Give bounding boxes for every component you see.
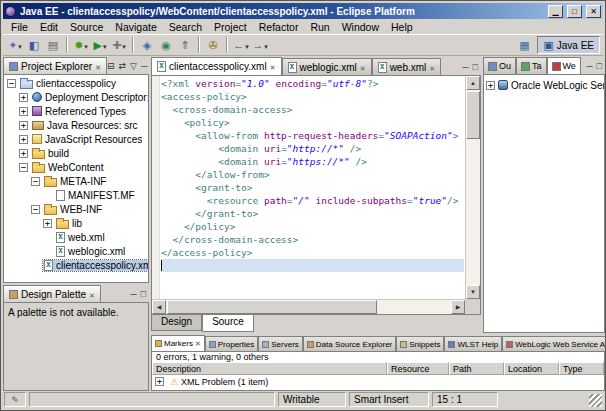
menu-file[interactable]: File	[5, 21, 34, 33]
code-line-9[interactable]: <grant-to>	[161, 181, 464, 194]
code-line-6[interactable]: <domain uri="http://*" />	[161, 142, 464, 155]
code-line-5[interactable]: <allow-from http-request-headers="SOAPAc…	[161, 129, 464, 142]
menu-source[interactable]: Source	[64, 21, 109, 33]
tree-item-java-resources-src[interactable]: Java Resources: src	[4, 118, 148, 132]
tree-item-referenced-types[interactable]: Referenced Types	[4, 104, 148, 118]
tab-project-explorer[interactable]: Project Explorer	[3, 57, 107, 74]
search-button[interactable]: ✇	[204, 36, 222, 54]
new-web-service-button[interactable]: ◈	[138, 36, 156, 54]
column-description[interactable]: Description	[152, 362, 387, 375]
tree-item-web-inf[interactable]: WEB-INF	[4, 202, 148, 216]
menu-project[interactable]: Project	[208, 21, 253, 33]
back-button[interactable]: ←	[232, 36, 250, 54]
tree-item-clientaccesspolicy[interactable]: clientaccesspolicy	[4, 76, 148, 90]
tree-item-weblogic-xml[interactable]: weblogic.xml	[4, 244, 148, 258]
collapse-icon[interactable]	[19, 163, 28, 172]
column-resource[interactable]: Resource	[387, 362, 449, 375]
code-line-2[interactable]: <access-policy>	[161, 90, 464, 103]
close-icon[interactable]	[195, 339, 201, 348]
close-icon[interactable]	[89, 289, 95, 300]
code-line-8[interactable]: </allow-from>	[161, 168, 464, 181]
tab-weblogic[interactable]: We	[547, 57, 581, 74]
chevron-down-icon[interactable]	[17, 40, 22, 51]
expand-icon[interactable]	[43, 219, 52, 228]
tab-weblogic-web-service-annotations[interactable]: WebLogic Web Service Annotations	[502, 336, 605, 351]
menu-navigate[interactable]: Navigate	[109, 21, 162, 33]
minimize-icon[interactable]	[130, 290, 136, 299]
code-line-3[interactable]: <cross-domain-access>	[161, 103, 464, 116]
close-tab-icon[interactable]	[429, 62, 435, 73]
column-path[interactable]: Path	[449, 362, 504, 375]
view-menu-icon[interactable]	[130, 62, 137, 71]
minimize-window-button[interactable]: ▁	[548, 5, 563, 18]
deploy-button[interactable]: ⇑	[176, 36, 194, 54]
scroll-left-icon[interactable]	[152, 300, 166, 314]
tree-item-build[interactable]: build	[4, 146, 148, 160]
scroll-up-icon[interactable]	[466, 76, 480, 90]
expand-icon[interactable]	[19, 121, 28, 130]
collapse-icon[interactable]	[7, 79, 16, 88]
collapse-icon[interactable]	[31, 177, 40, 186]
external-tools-button[interactable]: ✚	[110, 36, 128, 54]
close-tab-icon[interactable]	[270, 61, 276, 72]
tab-servers[interactable]: Servers	[258, 336, 303, 351]
column-type[interactable]: Type	[559, 362, 604, 375]
tab-design-palette[interactable]: Design Palette	[3, 285, 101, 302]
vertical-scrollbar[interactable]	[465, 76, 480, 299]
tree-item-lib[interactable]: lib	[4, 216, 148, 230]
editor-marker-gutter[interactable]	[152, 76, 160, 299]
tree-item-clientaccesspolicy-xml[interactable]: clientaccesspolicy.xml	[4, 258, 148, 272]
menu-search[interactable]: Search	[163, 21, 208, 33]
tab-task-list[interactable]: Ta	[516, 57, 547, 74]
expand-icon[interactable]	[19, 135, 28, 144]
expand-icon[interactable]	[19, 107, 28, 116]
chevron-down-icon[interactable]	[102, 40, 107, 51]
code-line-14[interactable]: </access-policy>	[161, 246, 464, 259]
menu-run[interactable]: Run	[304, 21, 335, 33]
horizontal-scrollbar[interactable]	[152, 299, 465, 314]
tree-item-web-xml[interactable]: web.xml	[4, 230, 148, 244]
run-button[interactable]: ▶	[91, 36, 109, 54]
code-line-15[interactable]	[161, 259, 464, 272]
minimize-icon[interactable]	[141, 62, 147, 71]
close-tab-icon[interactable]	[360, 62, 366, 73]
tree-item-webcontent[interactable]: WebContent	[4, 160, 148, 174]
debug-button[interactable]: ✹	[72, 36, 90, 54]
new-wizard-button[interactable]: ✦	[6, 36, 24, 54]
tab-design[interactable]: Design	[151, 315, 202, 331]
maximize-icon[interactable]	[141, 290, 146, 299]
link-with-editor-icon[interactable]	[119, 62, 127, 71]
tab-properties[interactable]: Properties	[205, 336, 258, 351]
expand-icon[interactable]	[19, 149, 28, 158]
weblogic-server-item[interactable]: Oracle WebLogic Server 11gR1 Pa	[486, 78, 604, 92]
tree-item-manifest-mf[interactable]: MANIFEST.MF	[4, 188, 148, 202]
close-icon[interactable]	[95, 61, 101, 72]
scroll-right-icon[interactable]	[451, 300, 465, 314]
chevron-down-icon[interactable]	[263, 40, 268, 51]
tab-data-source-explorer[interactable]: Data Source Explorer	[303, 336, 396, 351]
code-line-12[interactable]: </policy>	[161, 220, 464, 233]
expand-icon[interactable]	[19, 93, 28, 102]
tab-markers[interactable]: Markers	[151, 335, 205, 351]
scrollbar-thumb[interactable]	[167, 300, 377, 314]
tree-item-meta-inf[interactable]: META-INF	[4, 174, 148, 188]
tree-item-deployment-descriptor-clientaccesspolicy[interactable]: Deployment Descriptor: clientaccesspolic…	[4, 90, 148, 104]
chevron-down-icon[interactable]	[121, 40, 126, 51]
code-line-7[interactable]: <domain uri="https://*" />	[161, 155, 464, 168]
collapse-all-icon[interactable]	[107, 62, 115, 71]
code-line-10[interactable]: <resource path="/" include-subpaths="tru…	[161, 194, 464, 207]
save-button[interactable]: ◧	[25, 36, 43, 54]
chevron-down-icon[interactable]	[244, 40, 249, 51]
tab-weblogic-xml[interactable]: weblogic.xml	[282, 58, 372, 75]
scroll-down-icon[interactable]	[466, 285, 480, 299]
open-perspective-button[interactable]: ▦	[514, 36, 534, 54]
expand-icon[interactable]	[486, 81, 495, 90]
code-line-4[interactable]: <policy>	[161, 116, 464, 129]
tab-clientaccesspolicy-xml[interactable]: clientaccesspolicy.xml	[151, 57, 282, 75]
menu-help[interactable]: Help	[385, 21, 419, 33]
java-ee-perspective-button[interactable]: ▣ Java EE	[537, 36, 600, 54]
tab-snippets[interactable]: Snippets	[396, 336, 444, 351]
tab-outline[interactable]: Ou	[483, 57, 516, 74]
maximize-icon[interactable]	[597, 62, 602, 71]
eclipse-logo-icon[interactable]	[5, 6, 16, 17]
